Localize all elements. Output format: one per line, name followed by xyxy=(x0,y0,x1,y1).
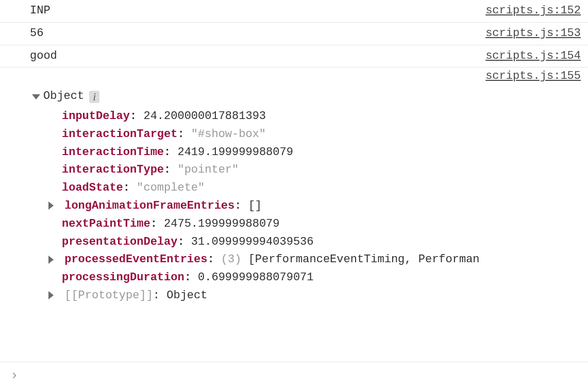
property-preview: [PerformanceEventTiming, Performan xyxy=(248,253,480,266)
log-message: INP xyxy=(30,3,51,19)
source-link[interactable]: scripts.js:152 xyxy=(485,3,581,19)
console-object-log: scripts.js:155 Object i inputDelay: 24.2… xyxy=(0,67,588,309)
source-link[interactable]: scripts.js:153 xyxy=(485,26,581,42)
property-value: 2475.199999988079 xyxy=(164,217,279,230)
object-property-expandable[interactable]: longAnimationFrameEntries: [] xyxy=(48,197,581,215)
object-prototype[interactable]: [[Prototype]]: Object xyxy=(48,287,581,305)
console-panel: INP scripts.js:152 56 scripts.js:153 goo… xyxy=(0,0,588,389)
chevron-right-icon[interactable] xyxy=(48,256,54,264)
property-key: processedEventEntries xyxy=(64,253,207,266)
property-value: "#show-box" xyxy=(191,128,266,141)
object-property: inputDelay: 24.200000017881393 xyxy=(48,108,581,126)
object-property: processingDuration: 0.699999988079071 xyxy=(48,269,581,287)
object-property: nextPaintTime: 2475.199999988079 xyxy=(48,215,581,233)
source-link[interactable]: scripts.js:154 xyxy=(485,48,581,64)
property-key: inputDelay xyxy=(62,110,130,123)
console-log-row: INP scripts.js:152 xyxy=(0,0,588,23)
property-value: "complete" xyxy=(137,181,205,194)
property-key: loadState xyxy=(62,181,123,194)
property-key: presentationDelay xyxy=(62,235,177,248)
object-property: presentationDelay: 31.099999994039536 xyxy=(48,233,581,251)
property-value: [] xyxy=(248,199,262,212)
log-message: good xyxy=(30,48,57,64)
object-property: interactionTime: 2419.199999988079 xyxy=(48,144,581,162)
console-prompt[interactable]: › xyxy=(0,362,588,389)
property-key: interactionTime xyxy=(62,146,164,159)
info-icon[interactable]: i xyxy=(89,91,99,103)
object-property: interactionType: "pointer" xyxy=(48,161,581,179)
object-property-expandable[interactable]: processedEventEntries: (3) [PerformanceE… xyxy=(48,251,581,269)
property-count: (3) xyxy=(221,253,242,266)
object-source-row: scripts.js:155 xyxy=(30,69,581,89)
object-label: Object xyxy=(43,89,84,105)
chevron-right-icon[interactable] xyxy=(48,291,54,299)
object-property: loadState: "complete" xyxy=(48,179,581,197)
property-value: 24.200000017881393 xyxy=(143,110,266,123)
property-value: "pointer" xyxy=(177,163,239,176)
chevron-down-icon[interactable] xyxy=(32,94,40,99)
log-message: 56 xyxy=(30,26,43,42)
console-log-row: good scripts.js:154 xyxy=(0,45,588,68)
chevron-right-icon[interactable] xyxy=(48,201,54,210)
object-property: interactionTarget: "#show-box" xyxy=(48,126,581,144)
prototype-key: [[Prototype]] xyxy=(64,289,153,302)
object-header[interactable]: Object i xyxy=(30,89,581,105)
property-value: 31.099999994039536 xyxy=(191,235,314,248)
property-key: longAnimationFrameEntries xyxy=(64,199,234,212)
property-value: 2419.199999988079 xyxy=(177,146,293,159)
chevron-right-icon: › xyxy=(10,366,19,385)
source-link[interactable]: scripts.js:155 xyxy=(485,69,581,84)
property-key: interactionTarget xyxy=(62,128,177,141)
object-tree: inputDelay: 24.200000017881393 interacti… xyxy=(30,108,581,305)
property-key: interactionType xyxy=(62,163,164,176)
console-log-row: 56 scripts.js:153 xyxy=(0,23,588,45)
property-value: 0.699999988079071 xyxy=(198,271,313,284)
prototype-value: Object xyxy=(166,289,207,302)
property-key: processingDuration xyxy=(62,271,184,284)
property-key: nextPaintTime xyxy=(62,217,150,230)
